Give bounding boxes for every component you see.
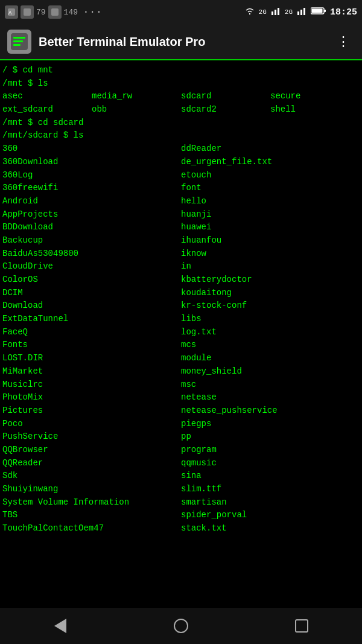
ls-item: kbatterydoctor	[181, 273, 360, 287]
svg-text:A: A	[8, 10, 12, 16]
ls-item: spider_porval	[181, 509, 360, 522]
network-type-2g-1: 2G	[259, 8, 267, 16]
ls-item: CloudDrive	[2, 260, 181, 273]
ls-output-sdcard: 360ddReader360Downloadde_urgent_file.txt…	[2, 142, 360, 535]
ls-item: ExtDataTunnel	[2, 313, 181, 326]
svg-rect-5	[275, 10, 276, 15]
ls-item: iknow	[181, 247, 360, 261]
svg-rect-9	[303, 8, 305, 15]
ls-item: qqmusic	[181, 457, 360, 470]
ls-item: money_shield	[181, 365, 360, 378]
ls-item: libs	[181, 313, 360, 326]
ls-item: 360Log	[2, 169, 181, 182]
ls-item: PushService	[2, 430, 181, 444]
ls-item: mcs	[181, 339, 360, 352]
ls-output-mnt: asec media_rw sdcard secure ext_sdcard o…	[2, 90, 360, 116]
ls-item: Sdk	[2, 470, 181, 483]
svg-rect-6	[278, 8, 279, 15]
terminal-area[interactable]: / $ cd mnt /mnt $ ls asec media_rw sdcar…	[0, 60, 362, 608]
ls-item: netease_pushservice	[181, 404, 360, 418]
ls-item: QQBrowser	[2, 444, 181, 457]
navigation-bar	[0, 608, 362, 644]
notif-count: 79	[36, 8, 46, 17]
ls-item: pp	[181, 430, 360, 444]
ls-item: stack.txt	[181, 522, 360, 535]
ls-item: FaceQ	[2, 326, 181, 339]
time-display: 18:25	[330, 7, 357, 18]
network-type-2g-2: 2G	[285, 8, 293, 16]
recents-button[interactable]	[284, 614, 320, 638]
ls-item: QQReader	[2, 457, 181, 470]
ls-item: MiMarket	[2, 365, 181, 378]
ls-item: msc	[181, 378, 360, 392]
status-left-icons: A 79 149 ···	[5, 5, 102, 19]
notif-icon-2	[21, 5, 34, 19]
ls-item: sina	[181, 470, 360, 483]
ls-item: font	[181, 182, 360, 195]
ls-item: ihuanfou	[181, 234, 360, 247]
ls-item: kr-stock-conf	[181, 299, 360, 313]
svg-rect-8	[300, 10, 302, 15]
app-icon	[7, 30, 31, 54]
ls-item: hello	[181, 195, 360, 208]
ls-item: Pictures	[2, 404, 181, 418]
ls-item: BaiduAs53049800	[2, 247, 181, 261]
cmd-cd-sdcard: /mnt $ cd sdcard	[2, 116, 360, 130]
cmd-ls-mnt: /mnt $ ls	[2, 77, 360, 91]
notif-count-2: 149	[64, 8, 78, 17]
ls-item: program	[181, 444, 360, 457]
notif-icon-3	[48, 5, 62, 19]
ls-item: smartisan	[181, 496, 360, 509]
ls-item: ddReader	[181, 142, 360, 156]
ls-item: Download	[2, 299, 181, 313]
ls-item: 360	[2, 142, 181, 156]
ls-item: BDDownload	[2, 221, 181, 234]
svg-rect-14	[13, 37, 25, 39]
ls-item: Backucup	[2, 234, 181, 247]
signal-icon-2	[296, 7, 307, 18]
menu-button[interactable]: ⋮	[332, 31, 355, 53]
ls-item: Musiclrc	[2, 378, 181, 392]
svg-rect-11	[324, 10, 326, 12]
cmd-cd-mnt: / $ cd mnt	[2, 64, 360, 77]
notif-icon-1: A	[5, 5, 18, 19]
ls-item: slim.ttf	[181, 483, 360, 496]
ls-item: piegps	[181, 418, 360, 431]
wifi-icon	[244, 7, 255, 18]
ls-item: huawei	[181, 221, 360, 234]
svg-rect-3	[51, 8, 59, 16]
svg-rect-15	[13, 40, 23, 42]
status-right-icons: 2G 2G 18:25	[244, 7, 357, 18]
app-title: Better Terminal Emulator Pro	[39, 35, 332, 49]
title-bar: Better Terminal Emulator Pro ⋮	[0, 24, 362, 60]
battery-icon	[311, 7, 326, 18]
ls-item: LOST.DIR	[2, 352, 181, 365]
ls-item: in	[181, 260, 360, 273]
ls-item: 360freewifi	[2, 182, 181, 195]
ls-item: etouch	[181, 169, 360, 182]
ls-item: PhotoMix	[2, 391, 181, 404]
svg-rect-2	[24, 8, 31, 16]
ls-item: netease	[181, 391, 360, 404]
ls-item: System Volume Information	[2, 496, 181, 509]
ls-item: module	[181, 352, 360, 365]
signal-icon	[270, 7, 281, 18]
cmd-ls-sdcard: /mnt/sdcard $ ls	[2, 129, 360, 142]
overflow-icon: ···	[83, 6, 102, 18]
ls-item: Android	[2, 195, 181, 208]
ls-item: DCIM	[2, 287, 181, 300]
svg-rect-12	[311, 9, 322, 13]
svg-rect-4	[272, 11, 273, 15]
svg-rect-16	[13, 44, 21, 46]
ls-item: ColorOS	[2, 273, 181, 287]
back-button[interactable]	[42, 614, 78, 638]
ls-item: de_urgent_file.txt	[181, 156, 360, 169]
ls-item: log.txt	[181, 326, 360, 339]
ls-item: koudaitong	[181, 287, 360, 300]
ls-item: TBS	[2, 509, 181, 522]
ls-item: AppProjects	[2, 208, 181, 222]
home-button[interactable]	[163, 614, 199, 638]
ls-item: 360Download	[2, 156, 181, 169]
svg-rect-7	[297, 11, 299, 15]
ls-item: TouchPalContactOem47	[2, 522, 181, 535]
